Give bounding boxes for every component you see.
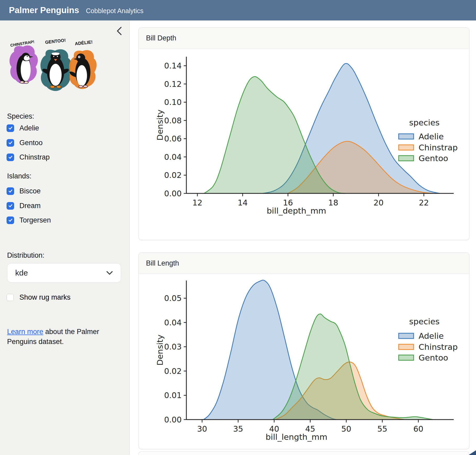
islands-group-label: Islands: (7, 172, 31, 180)
svg-text:0.10: 0.10 (164, 98, 182, 107)
svg-text:20: 20 (374, 198, 383, 207)
learn-more-text: Learn more about the Palmer Penguins dat… (7, 327, 113, 347)
rug-checkbox-label: Show rug marks (19, 293, 71, 301)
svg-text:22: 22 (419, 198, 429, 207)
svg-text:0.05: 0.05 (164, 294, 182, 303)
svg-text:Adelie: Adelie (419, 331, 444, 341)
chevron-down-icon (106, 270, 113, 276)
svg-text:species: species (409, 317, 440, 326)
checkbox-label: Torgersen (19, 216, 51, 224)
learn-more-link[interactable]: Learn more (7, 328, 43, 336)
next-card-peek (138, 451, 469, 455)
svg-text:0.02: 0.02 (164, 367, 182, 376)
check-icon (8, 155, 13, 160)
checkbox-adelie[interactable]: Adelie (7, 123, 39, 133)
svg-text:60: 60 (413, 424, 423, 433)
checkbox-gentoo[interactable]: Gentoo (7, 138, 43, 147)
rug-checkbox[interactable]: Show rug marks (7, 293, 71, 302)
check-icon (8, 188, 13, 194)
distribution-selected-value: kde (15, 268, 28, 277)
species-group-label: Species: (7, 112, 34, 120)
checkbox-dream[interactable]: Dream (7, 201, 41, 210)
svg-text:30: 30 (197, 424, 207, 433)
rug-checkbox-box[interactable] (7, 294, 14, 301)
checkbox-label: Biscoe (19, 187, 41, 195)
checkbox-torgersen[interactable]: Torgersen (7, 215, 51, 225)
svg-text:Chinstrap: Chinstrap (419, 143, 458, 152)
svg-text:0.08: 0.08 (164, 116, 182, 125)
checkbox-box[interactable] (7, 139, 14, 147)
svg-text:Gentoo: Gentoo (419, 154, 448, 163)
checkbox-biscoe[interactable]: Biscoe (7, 186, 41, 196)
checkbox-box[interactable] (7, 187, 14, 195)
artwork-label-adelie: ADÉLIE! (75, 40, 93, 46)
svg-text:0.14: 0.14 (164, 61, 182, 70)
artwork-label-gentoo: GENTOO! (45, 38, 66, 45)
svg-text:Chinstrap: Chinstrap (419, 342, 458, 352)
svg-text:bill_length_mm: bill_length_mm (266, 432, 327, 442)
svg-text:species: species (409, 118, 440, 127)
bill-length-card-title: Bill Length (139, 253, 469, 274)
svg-text:Density: Density (155, 110, 165, 141)
svg-text:0.00: 0.00 (164, 189, 182, 198)
checkbox-box[interactable] (7, 202, 14, 210)
checkbox-label: Dream (19, 202, 41, 210)
check-icon (8, 125, 13, 131)
checkbox-box[interactable] (7, 124, 14, 132)
svg-text:0.06: 0.06 (164, 134, 182, 143)
checkbox-label: Adelie (19, 124, 39, 132)
svg-text:Gentoo: Gentoo (419, 353, 448, 362)
svg-text:0.03: 0.03 (164, 342, 182, 351)
svg-text:0.04: 0.04 (164, 152, 182, 162)
svg-text:0.02: 0.02 (164, 171, 182, 180)
corner-plot-fragment (469, 450, 476, 455)
bill-length-chart: 0.000.010.020.030.040.0530354045505560bi… (139, 274, 469, 449)
svg-text:0.12: 0.12 (164, 80, 182, 89)
svg-text:14: 14 (238, 198, 248, 207)
svg-text:18: 18 (328, 198, 338, 207)
sidebar-collapse-button[interactable] (115, 26, 124, 36)
checkbox-box[interactable] (7, 154, 14, 161)
check-icon (8, 140, 13, 145)
checkbox-box[interactable] (7, 216, 14, 224)
bill-depth-card: Bill Depth 0.000.020.040.060.080.100.120… (138, 27, 469, 240)
checkbox-chinstrap[interactable]: Chinstrap (7, 152, 50, 162)
distribution-select[interactable]: kde (7, 263, 121, 283)
app-header: Palmer Penguins Cobblepot Analytics (0, 0, 476, 20)
sidebar: CHINSTRAP! GENTOO! ADÉLIE! Species: Adel… (0, 20, 130, 455)
bill-depth-card-title: Bill Depth (139, 28, 469, 49)
svg-text:0.01: 0.01 (164, 391, 182, 400)
svg-text:bill_depth_mm: bill_depth_mm (267, 206, 326, 215)
svg-text:55: 55 (377, 424, 387, 433)
svg-text:35: 35 (233, 424, 243, 433)
check-icon (8, 218, 13, 223)
svg-text:50: 50 (341, 424, 351, 433)
bill-length-card: Bill Length 0.000.010.020.030.040.053035… (138, 252, 469, 449)
svg-text:0.00: 0.00 (164, 415, 182, 424)
checkbox-label: Gentoo (19, 139, 43, 147)
svg-text:Density: Density (155, 335, 165, 366)
checkbox-label: Chinstrap (19, 153, 50, 161)
check-icon (8, 203, 13, 208)
svg-text:12: 12 (192, 198, 202, 207)
app-title: Palmer Penguins (9, 0, 79, 20)
distribution-label: Distribution: (7, 251, 45, 260)
svg-text:Adelie: Adelie (419, 132, 444, 141)
penguins-artwork-image: CHINSTRAP! GENTOO! ADÉLIE! (7, 35, 103, 106)
chevron-left-icon (115, 26, 124, 36)
svg-text:0.04: 0.04 (164, 318, 182, 327)
app-subtitle: Cobblepot Analytics (86, 7, 144, 15)
bill-depth-chart: 0.000.020.040.060.080.100.120.1412141618… (139, 49, 469, 240)
